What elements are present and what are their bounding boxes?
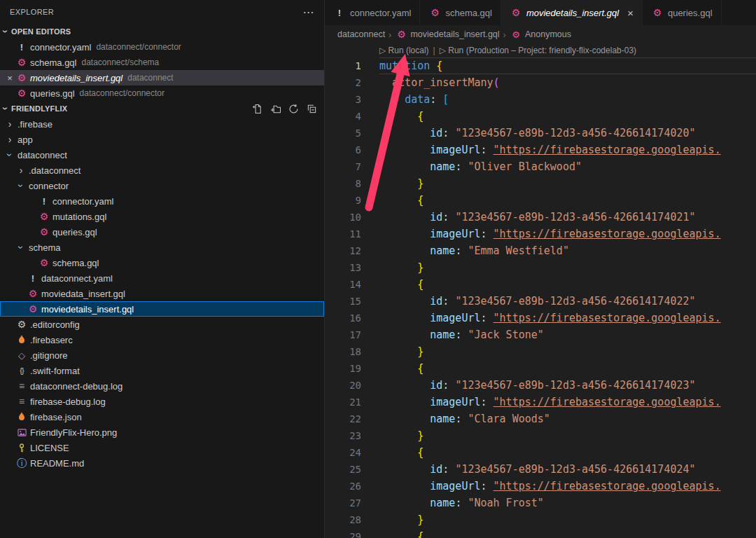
code-line-3[interactable]: 3 data: [ (325, 91, 756, 108)
code-line-12[interactable]: 12 name: "Emma Westfield" (325, 242, 756, 259)
breadcrumb-item-moviedetails-insert-gql[interactable]: ⚙moviedetails_insert.gql (395, 29, 499, 39)
codelens-run-local[interactable]: ▷ Run (local) (379, 46, 429, 55)
file-swift-format[interactable]: {}.swift-format (0, 363, 324, 378)
line-number[interactable]: 29 (325, 528, 379, 538)
open-editor-schema-gql[interactable]: ⚙schema.gqldataconnect/schema (0, 55, 324, 70)
tab-queries-gql[interactable]: ⚙queries.gql (643, 0, 722, 25)
chevron-right-icon[interactable]: › (4, 134, 15, 144)
code-line-29[interactable]: 29 { (325, 528, 756, 538)
close-icon[interactable]: × (627, 7, 634, 19)
open-editor-queries-gql[interactable]: ⚙queries.gqldataconnect/connector (0, 85, 324, 101)
code-line-18[interactable]: 18 } (325, 343, 756, 360)
code-line-4[interactable]: 4 { (325, 108, 756, 125)
tab-moviedetails-insert-gql[interactable]: ⚙moviedetails_insert.gql× (501, 0, 643, 25)
folder-dataconnect[interactable]: ›.dataconnect (0, 163, 324, 178)
code-line-26[interactable]: 26 imageUrl: "https://firebasestorage.go… (325, 478, 756, 495)
code-line-16[interactable]: 16 imageUrl: "https://firebasestorage.go… (325, 310, 756, 326)
open-editors-header[interactable]: › OPEN EDITORS (0, 24, 324, 39)
code-line-2[interactable]: 2 actor_insertMany( (325, 74, 756, 91)
code-line-23[interactable]: 23 } (325, 427, 756, 444)
code-line-13[interactable]: 13 } (325, 259, 756, 276)
chevron-down-icon[interactable]: › (5, 149, 15, 160)
tab-schema-gql[interactable]: ⚙schema.gql (420, 0, 500, 25)
line-number[interactable]: 1 (325, 57, 379, 74)
code-line-9[interactable]: 9 { (325, 192, 756, 209)
code-lines[interactable]: 1mutation {2 actor_insertMany(3 data: [4… (325, 57, 756, 538)
code-line-7[interactable]: 7 name: "Oliver Blackwood" (325, 158, 756, 175)
file-schema-gql[interactable]: ⚙schema.gql (0, 255, 324, 270)
line-number[interactable]: 23 (325, 427, 379, 444)
url-link[interactable]: "https://firebasestorage.googleapis. (493, 396, 721, 408)
line-number[interactable]: 20 (325, 377, 379, 394)
folder-connector[interactable]: ›connector (0, 178, 324, 193)
code-line-11[interactable]: 11 imageUrl: "https://firebasestorage.go… (325, 226, 756, 242)
line-number[interactable]: 27 (325, 495, 379, 511)
tab-connector-yaml[interactable]: !connector.yaml (325, 0, 420, 25)
file-firebase-debug-log[interactable]: ≡firebase-debug.log (0, 394, 324, 409)
new-file-icon[interactable] (251, 103, 262, 114)
code-line-1[interactable]: 1mutation { (325, 57, 756, 74)
folder-firebase[interactable]: ›.firebase (0, 116, 324, 132)
file-firebaserc[interactable]: .firebaserc (0, 332, 324, 347)
file-friendlyflix-hero-png[interactable]: FriendlyFlix-Hero.png (0, 425, 324, 440)
codelens-run-production-project-friendly-flix-codelab-03[interactable]: ▷ Run (Production – Project: friendly-fl… (440, 46, 636, 55)
line-number[interactable]: 26 (325, 478, 379, 495)
chevron-down-icon[interactable]: › (16, 180, 26, 191)
line-number[interactable]: 13 (325, 259, 379, 276)
workspace-header[interactable]: › FRIENDLYFLIX (0, 101, 324, 116)
code-line-5[interactable]: 5 id: "123e4567-e89b-12d3-a456-426614174… (325, 125, 756, 142)
code-line-17[interactable]: 17 name: "Jack Stone" (325, 326, 756, 343)
folder-schema[interactable]: ›schema (0, 240, 324, 255)
file-queries-gql[interactable]: ⚙queries.gql (0, 224, 324, 240)
close-icon[interactable]: × (4, 73, 15, 83)
new-folder-icon[interactable] (270, 103, 281, 114)
code-line-21[interactable]: 21 imageUrl: "https://firebasestorage.go… (325, 394, 756, 411)
open-editor-connector-yaml[interactable]: !connector.yamldataconnect/connector (0, 39, 324, 55)
line-number[interactable]: 14 (325, 276, 379, 293)
breadcrumb-item-anonymous[interactable]: ⚙Anonymous (510, 29, 571, 39)
line-number[interactable]: 18 (325, 343, 379, 360)
line-number[interactable]: 19 (325, 360, 379, 377)
file-dataconnect-debug-log[interactable]: ≡dataconnect-debug.log (0, 378, 324, 394)
url-link[interactable]: "https://firebasestorage.googleapis. (493, 312, 721, 324)
file-readme-md[interactable]: ⓘREADME.md (0, 455, 324, 471)
file-mutations-gql[interactable]: ⚙mutations.gql (0, 209, 324, 224)
line-number[interactable]: 9 (325, 192, 379, 209)
line-number[interactable]: 11 (325, 226, 379, 242)
file-moviedata-insert-gql[interactable]: ⚙moviedata_insert.gql (0, 286, 324, 301)
chevron-right-icon[interactable]: › (15, 165, 27, 175)
file-gitignore[interactable]: ◇.gitignore (0, 347, 324, 363)
code-line-10[interactable]: 10 id: "123e4567-e89b-12d3-a456-42661417… (325, 209, 756, 226)
open-editor-moviedetails-insert-gql[interactable]: ×⚙moviedetails_insert.gqldataconnect (0, 70, 324, 85)
code-line-15[interactable]: 15 id: "123e4567-e89b-12d3-a456-42661417… (325, 293, 756, 310)
line-number[interactable]: 8 (325, 175, 379, 192)
url-link[interactable]: "https://firebasestorage.googleapis. (493, 144, 721, 156)
line-number[interactable]: 4 (325, 108, 379, 125)
file-moviedetails-insert-gql[interactable]: ⚙moviedetails_insert.gql (0, 301, 324, 317)
line-number[interactable]: 6 (325, 142, 379, 158)
code-line-25[interactable]: 25 id: "123e4567-e89b-12d3-a456-42661417… (325, 461, 756, 478)
line-number[interactable]: 28 (325, 511, 379, 528)
line-number[interactable]: 17 (325, 326, 379, 343)
file-editorconfig[interactable]: ⚙.editorconfig (0, 317, 324, 332)
line-number[interactable]: 10 (325, 209, 379, 226)
file-license[interactable]: LICENSE (0, 440, 324, 455)
more-actions-icon[interactable]: ⋯ (303, 6, 314, 19)
chevron-right-icon[interactable]: › (4, 119, 15, 129)
line-number[interactable]: 12 (325, 242, 379, 259)
line-number[interactable]: 24 (325, 444, 379, 461)
line-number[interactable]: 7 (325, 158, 379, 175)
code-line-14[interactable]: 14 { (325, 276, 756, 293)
line-number[interactable]: 15 (325, 293, 379, 310)
collapse-all-icon[interactable] (306, 103, 317, 114)
line-number[interactable]: 5 (325, 125, 379, 142)
url-link[interactable]: "https://firebasestorage.googleapis. (493, 480, 721, 492)
refresh-icon[interactable] (288, 103, 299, 114)
code-line-27[interactable]: 27 name: "Noah Frost" (325, 495, 756, 511)
code-line-24[interactable]: 24 { (325, 444, 756, 461)
line-number[interactable]: 16 (325, 310, 379, 326)
file-firebase-json[interactable]: firebase.json (0, 409, 324, 425)
code-line-28[interactable]: 28 } (325, 511, 756, 528)
folder-app[interactable]: ›app (0, 132, 324, 147)
breadcrumb-item-dataconnect[interactable]: dataconnect (337, 29, 385, 39)
